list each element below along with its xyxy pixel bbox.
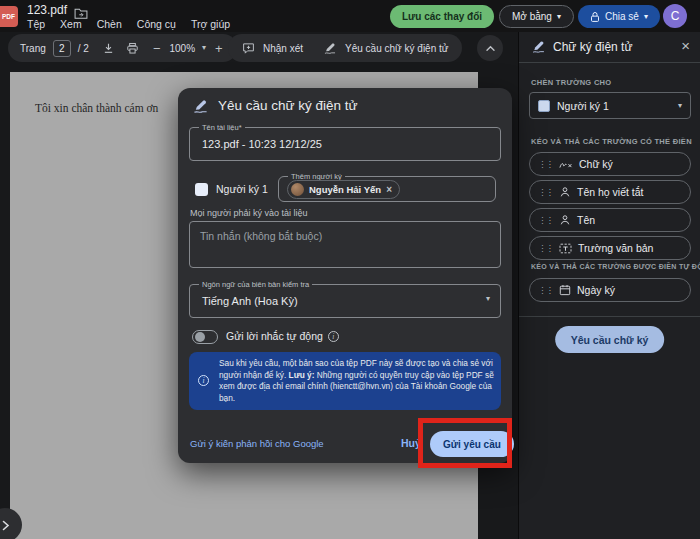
language-select[interactable]: Ngôn ngữ của biên bản kiểm tra Tiếng Anh… [189,284,501,318]
menu-view[interactable]: Xem [60,18,82,30]
page-zoom-toolbar: Trang / 2 − 100% ▾ + [8,34,237,62]
share-button[interactable]: Chia sẻ ▾ [578,5,660,28]
zoom-in-button[interactable]: + [213,41,225,56]
menu-help[interactable]: Trợ giúp [191,18,230,30]
close-icon[interactable]: × [681,37,690,54]
calendar-icon [559,284,571,296]
page-label: Trang [20,43,46,54]
comment-icon [242,42,255,55]
info-icon: i [328,331,339,342]
actions-toolbar: Nhận xét Yêu cầu chữ ký điện tử [228,34,462,62]
document-name-field[interactable]: Tên tài liệu* 123.pdf - 10:23 12/12/25 [189,127,501,161]
download-icon[interactable] [102,42,115,55]
feedback-link[interactable]: Gửi ý kiến phản hồi cho Google [190,438,324,449]
save-changes-button[interactable]: Lưu các thay đổi [390,5,494,28]
open-with-button[interactable]: Mở bằng ▾ [499,5,574,28]
chevron-down-icon: ▾ [644,13,648,21]
autofill-fields-label: KÉO VÀ THẢ CÁC TRƯỜNG ĐƯỢC ĐIỀN TỰ ĐỘNG [531,263,700,270]
reminder-toggle[interactable] [192,330,218,344]
message-field [189,221,501,268]
signature-icon [559,159,573,170]
menu-file[interactable]: Tệp [27,18,45,30]
message-input[interactable] [190,222,500,267]
drag-handle-icon: ⋮⋮ [538,216,553,225]
chevron-down-icon: ▾ [678,102,682,110]
field-name[interactable]: ⋮⋮ Tên [529,208,691,232]
chevron-down-icon: ▾ [486,295,490,303]
language-value: Tiếng Anh (Hoa Kỳ) [202,295,298,307]
request-signature-button[interactable]: Yêu cầu chữ ký [555,326,665,353]
field-textbox[interactable]: ⋮⋮ Trường văn bản [529,236,691,260]
sign-requirement-note: Mọi người phải ký vào tài liệu [190,208,307,218]
menubar: Tệp Xem Chèn Công cụ Trợ giúp [27,18,230,30]
lock-icon [590,11,600,23]
signer-color-swatch [538,100,550,112]
esign-request-button[interactable]: Yêu cầu chữ ký điện tử [345,43,448,54]
info-banner: i Sau khi yêu cầu, một bản sao của tệp P… [189,352,501,410]
chevron-right-icon [1,520,10,531]
reminder-toggle-label: Gửi lời nhắc tự động i [226,330,339,342]
field-initials[interactable]: ⋮⋮ Tên họ viết tắt [529,180,691,204]
drag-handle-icon: ⋮⋮ [538,286,553,295]
sidebar-divider [519,316,700,317]
signer-select[interactable]: Người ký 1 ▾ [529,92,691,119]
info-banner-text: Sau khi yêu cầu, một bản sao của tệp PDF… [219,358,494,404]
signer-chip[interactable]: Nguyễn Hải Yến × [287,180,400,199]
chip-remove-icon[interactable]: × [386,184,392,195]
chevron-down-icon: ▾ [557,13,561,21]
fillable-fields-label: KÉO VÀ THẢ CÁC TRƯỜNG CÓ THỂ ĐIỀN [531,137,692,146]
esign-icon [323,42,337,55]
zoom-out-button[interactable]: − [151,41,163,56]
dialog-title: Yêu cầu chữ ký điện tử [218,98,358,113]
chevron-up-icon [485,45,496,52]
document-name-value: 123.pdf - 10:23 12/12/25 [202,138,322,150]
drive-pdf-viewer: Tôi xin chân thành cám ơn PDF 123.pdf Tệ… [0,0,700,539]
account-avatar[interactable]: C [663,4,687,28]
zoom-level[interactable]: 100% [169,43,195,54]
signer-checkbox[interactable] [195,183,208,196]
drag-handle-icon: ⋮⋮ [538,244,553,253]
highlight-box [418,418,512,468]
language-label: Ngôn ngữ của biên bản kiểm tra [199,280,312,289]
esign-sidebar: Chữ ký điện tử × CHÈN TRƯỜNG CHO Người k… [518,32,700,539]
field-signature[interactable]: ⋮⋮ Chữ ký [529,152,691,176]
insert-for-label: CHÈN TRƯỜNG CHO [531,78,611,87]
esign-icon [531,40,546,54]
info-icon: i [198,375,209,386]
drag-handle-icon: ⋮⋮ [538,188,553,197]
name-icon [559,214,571,226]
print-icon[interactable] [126,42,139,55]
field-date-signed[interactable]: ⋮⋮ Ngày ký [529,278,691,302]
menu-insert[interactable]: Chèn [97,18,122,30]
sidebar-header: Chữ ký điện tử × [519,32,700,63]
app-header: PDF 123.pdf Tệp Xem Chèn Công cụ Trợ giú… [0,0,700,32]
pdf-file-icon: PDF [0,6,18,27]
drag-handle-icon: ⋮⋮ [538,160,553,169]
esign-icon [192,99,209,114]
signer-label: Người ký 1 [216,183,268,195]
initials-icon [559,186,571,198]
chevron-down-icon: ▾ [202,44,206,52]
comment-button[interactable]: Nhận xét [263,43,303,54]
add-signer-field[interactable]: Thêm người ký Nguyễn Hải Yến × [278,176,496,202]
page-total: / 2 [78,43,89,54]
sidebar-title: Chữ ký điện tử [553,40,632,54]
document-name-label: Tên tài liệu* [199,123,245,132]
document-title: 123.pdf [27,3,67,17]
text-field-icon [559,243,572,254]
menu-tools[interactable]: Công cụ [137,18,176,30]
chip-avatar [291,183,304,196]
esign-request-dialog: Yêu cầu chữ ký điện tử Tên tài liệu* 123… [178,88,512,463]
document-text: Tôi xin chân thành cám ơn [35,102,158,114]
page-number-input[interactable] [53,40,71,57]
toggle-knob [195,332,205,342]
collapse-toolbar-button[interactable] [477,35,503,61]
